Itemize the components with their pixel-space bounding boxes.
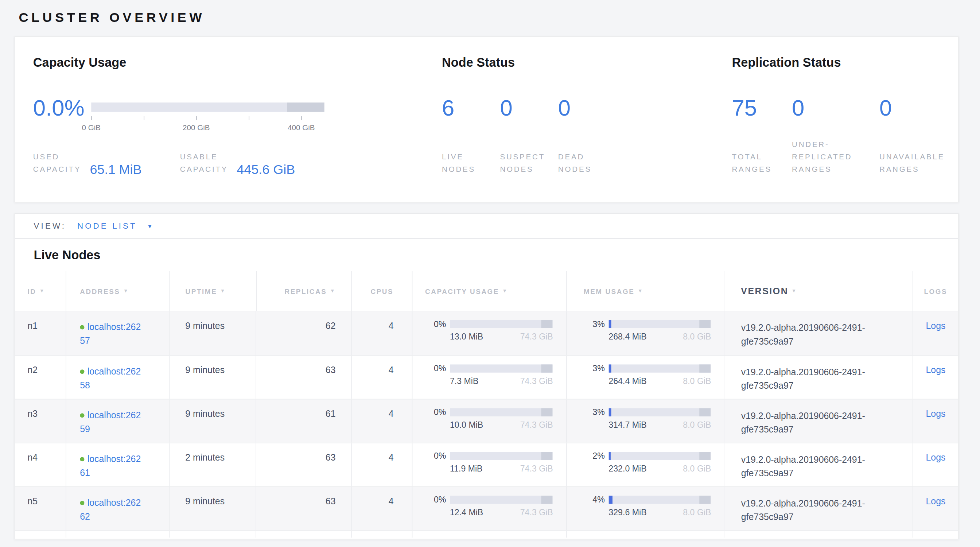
node-logs-cell: Logs [913, 443, 958, 486]
node-address-link[interactable]: localhost:262 [88, 410, 141, 420]
capacity-axis-tick [91, 116, 92, 120]
node-id: n3 [15, 399, 66, 442]
capacity-tick-label: 200 GiB [183, 123, 210, 132]
node-address-link[interactable]: localhost:262 [88, 454, 141, 464]
node-version: v19.2.0-alpha.20190606-2491-gfe735c9a97 [724, 443, 913, 486]
column-header-uptime[interactable]: UPTIME▼ [170, 271, 257, 311]
node-status-title: Node Status [442, 56, 515, 70]
node-live-icon [80, 457, 84, 461]
capacity-bar [91, 102, 324, 112]
logs-link[interactable]: Logs [926, 365, 946, 375]
node-capacity-usage-cell: 0% 10.0 MiB74.3 GiB [412, 399, 566, 442]
replication-status-title: Replication Status [732, 56, 841, 70]
node-uptime: 9 minutes [170, 312, 256, 355]
used-capacity-stat: USED CAPACITY 65.1 MiB [33, 151, 142, 176]
capacity-tick-label: 0 GiB [82, 123, 100, 132]
sort-icon: ▼ [503, 288, 508, 294]
column-header-id[interactable]: ID▼ [15, 271, 66, 311]
column-header-cpus: CPUS [352, 271, 413, 311]
table-row [15, 530, 958, 538]
logs-link[interactable]: Logs [926, 409, 946, 419]
node-id: n1 [15, 312, 66, 355]
logs-link[interactable]: Logs [926, 321, 946, 331]
node-address-link[interactable]: 58 [80, 380, 90, 390]
mem-usage-bar [608, 320, 711, 328]
node-address-link[interactable]: localhost:262 [88, 366, 141, 376]
node-cpus: 4 [352, 443, 412, 486]
node-logs-cell: Logs [913, 399, 958, 442]
capacity-usage-bar [450, 452, 552, 460]
node-uptime: 2 minutes [170, 443, 256, 486]
node-replicas: 63 [256, 443, 352, 486]
node-id: n5 [15, 487, 66, 530]
view-bar: VIEW: NODE LIST ▼ [15, 214, 958, 239]
table-row: n1 localhost:262 57 9 minutes 62 4 0% 13… [15, 312, 958, 355]
node-mem-usage-cell: 3% 268.4 MiB8.0 GiB [567, 312, 724, 355]
node-uptime: 9 minutes [170, 487, 256, 530]
column-header-replicas[interactable]: REPLICAS▼ [257, 271, 352, 311]
node-capacity-usage-cell: 0% 11.9 MiB74.3 GiB [412, 443, 566, 486]
table-row: n3 localhost:262 59 9 minutes 61 4 0% 10… [15, 399, 958, 443]
capacity-axis-tick [144, 116, 145, 120]
mem-usage-bar [608, 364, 711, 372]
node-address-cell: localhost:262 58 [66, 356, 170, 399]
column-header-address[interactable]: ADDRESS▼ [66, 271, 170, 311]
cluster-overview-page: CLUSTER OVERVIEW Capacity Usage 0.0% 0 G… [0, 0, 980, 547]
node-capacity-usage-cell: 0% 7.3 MiB74.3 GiB [412, 356, 566, 399]
table-row: n2 localhost:262 58 9 minutes 63 4 0% 7.… [15, 355, 958, 399]
node-mem-usage-cell: 3% 264.4 MiB8.0 GiB [567, 356, 724, 399]
node-address-cell: localhost:262 59 [66, 399, 170, 442]
node-cpus: 4 [352, 356, 412, 399]
column-header-mem-usage[interactable]: MEM USAGE▼ [567, 271, 724, 311]
capacity-axis-tick [301, 116, 302, 120]
sort-icon: ▼ [123, 288, 129, 294]
node-logs-cell: Logs [913, 487, 958, 530]
node-list-card: VIEW: NODE LIST ▼ Live Nodes ID▼ ADDRESS… [14, 213, 958, 540]
node-address-cell: localhost:262 62 [66, 487, 170, 530]
capacity-used-percent: 0.0% [33, 95, 84, 121]
node-address-link[interactable]: 59 [80, 424, 90, 434]
node-logs-cell: Logs [913, 312, 958, 355]
sort-icon: ▼ [220, 288, 226, 294]
capacity-usage-bar [450, 408, 552, 416]
node-version: v19.2.0-alpha.20190606-2491-gfe735c9a97 [724, 487, 913, 530]
capacity-tick-label: 400 GiB [288, 123, 315, 132]
node-address-link[interactable]: 57 [80, 336, 90, 346]
node-address-link[interactable]: 62 [80, 511, 90, 521]
capacity-axis-tick [249, 116, 250, 120]
column-header-capacity-usage[interactable]: CAPACITY USAGE▼ [413, 271, 567, 311]
node-mem-usage-cell: 4% 329.6 MiB8.0 GiB [567, 487, 724, 530]
live-nodes-title: Live Nodes [15, 239, 958, 271]
node-capacity-usage-cell: 0% 12.4 MiB74.3 GiB [412, 487, 566, 530]
node-replicas: 63 [256, 487, 352, 530]
table-body: n1 localhost:262 57 9 minutes 62 4 0% 13… [15, 312, 958, 538]
table-row: n5 localhost:262 62 9 minutes 63 4 0% 12… [15, 487, 958, 530]
node-live-icon [80, 325, 84, 329]
view-selected-value[interactable]: NODE LIST [77, 221, 137, 231]
node-address-link[interactable]: 61 [80, 467, 90, 477]
view-selector-dropdown[interactable]: NODE LIST ▼ [77, 221, 153, 231]
capacity-usage-title: Capacity Usage [33, 56, 126, 70]
logs-link[interactable]: Logs [926, 453, 946, 463]
node-id: n4 [15, 443, 66, 486]
logs-link[interactable]: Logs [926, 496, 946, 506]
node-cpus: 4 [352, 399, 412, 442]
capacity-usage-bar [450, 496, 552, 504]
chevron-down-icon[interactable]: ▼ [147, 223, 153, 229]
capacity-usage-bar [450, 320, 552, 328]
column-header-version[interactable]: VERSION▼ [724, 271, 913, 311]
capacity-usage-bar [450, 364, 552, 372]
sort-icon: ▼ [330, 288, 336, 294]
page-title: CLUSTER OVERVIEW [19, 10, 205, 25]
node-address-link[interactable]: localhost:262 [88, 322, 141, 332]
dead-nodes-stat: 0 DEADNODES [558, 95, 613, 175]
node-address-link[interactable]: localhost:262 [88, 498, 141, 507]
sort-icon: ▼ [792, 284, 797, 298]
table-row: n4 localhost:262 61 2 minutes 63 4 0% 11… [15, 443, 958, 487]
node-live-icon [80, 369, 84, 374]
suspect-nodes-stat: 0 SUSPECTNODES [500, 95, 555, 175]
usable-capacity-stat: USABLE CAPACITY 445.6 GiB [180, 151, 295, 176]
node-mem-usage-cell: 3% 314.7 MiB8.0 GiB [567, 399, 724, 442]
node-capacity-usage-cell: 0% 13.0 MiB74.3 GiB [412, 312, 566, 355]
node-mem-usage-cell: 2% 232.0 MiB8.0 GiB [567, 443, 724, 486]
